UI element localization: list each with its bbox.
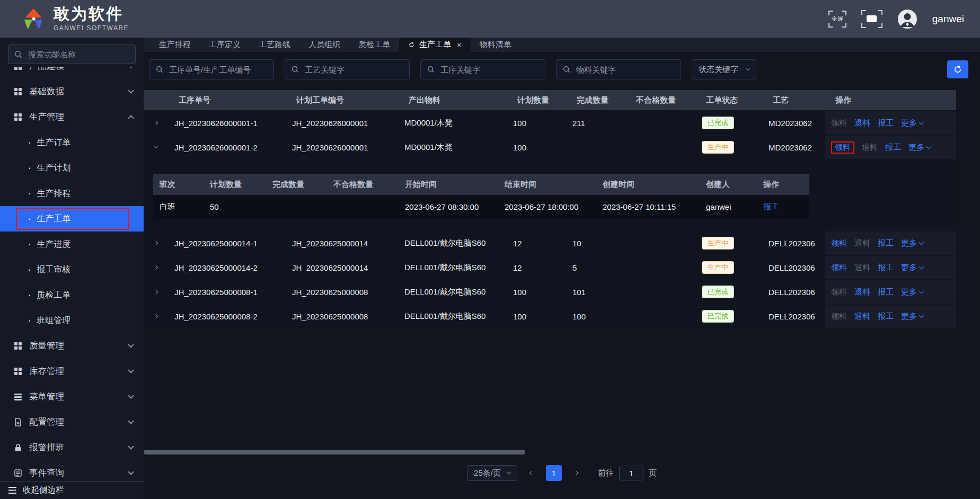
expand-row-icon[interactable] [144, 305, 168, 328]
more-action-label: 更多 [901, 287, 917, 297]
report-work-action[interactable]: 报工 [878, 118, 894, 128]
sidebar-item-alarm-shift[interactable]: 报警排班 [0, 435, 144, 460]
expand-row-icon[interactable] [144, 256, 168, 279]
sidebar-item-menu-mgmt[interactable]: 菜单管理 [0, 384, 144, 409]
app-logo: 敢为软件 GANWEI SOFTWARE [21, 6, 129, 32]
avatar[interactable] [897, 9, 917, 29]
tab-personnel-org[interactable]: 人员组织 [299, 38, 349, 52]
material-keyword-input[interactable] [575, 65, 674, 75]
more-action[interactable]: 更多 [901, 287, 923, 297]
subcell-plan-qty: 50 [204, 202, 266, 211]
chevron-down-icon [919, 288, 924, 293]
return-material-action[interactable]: 退料 [854, 238, 870, 248]
report-work-action[interactable]: 报工 [763, 202, 779, 212]
sidebar-item-quality-mgmt[interactable]: 质量管理 [0, 333, 144, 359]
sidebar-item-report-audit[interactable]: ·报工审核 [0, 257, 144, 282]
refresh-icon[interactable] [408, 41, 415, 48]
sidebar-item-production-progress[interactable]: ·生产进度 [0, 231, 144, 257]
tab-label: 物料清单 [480, 40, 511, 50]
workorder-no-input[interactable] [168, 65, 267, 75]
operation-keyword-filter[interactable] [420, 59, 545, 79]
sidebar-item-inventory-mgmt[interactable]: 库存管理 [0, 359, 144, 384]
sidebar-item-basic-data[interactable]: 基础数据 [0, 79, 144, 104]
sidebar-item-production-plan[interactable]: ·生产计划 [0, 155, 144, 181]
collapse-row-icon[interactable] [144, 136, 168, 159]
goto-page-input[interactable] [619, 466, 643, 480]
more-action[interactable]: 更多 [901, 238, 923, 248]
sidebar-item-production-schedule[interactable]: ·生产排程 [0, 181, 144, 206]
tab-production-workorder[interactable]: 生产工单 × [399, 38, 471, 52]
expand-row-icon[interactable] [144, 280, 168, 304]
col-plan-no: 计划工单编号 [286, 95, 398, 105]
sidebar-search[interactable] [8, 44, 136, 64]
sidebar-item-config-mgmt[interactable]: 配置管理 [0, 409, 144, 435]
fullscreen-icon[interactable] [861, 10, 882, 28]
more-action[interactable]: 更多 [901, 311, 923, 322]
sidebar-item-production-mgmt[interactable]: 生产管理 [0, 104, 144, 130]
tab-bom-list[interactable]: 物料清单 [471, 38, 520, 52]
filter-bar: 状态关键字 [149, 59, 968, 79]
process-keyword-filter[interactable] [285, 59, 410, 79]
sidebar-item-team-mgmt[interactable]: ·班组管理 [0, 308, 144, 333]
report-work-action[interactable]: 报工 [878, 311, 894, 322]
tab-production-schedule[interactable]: 生产排程 [150, 38, 200, 52]
red-highlight-box [16, 208, 129, 230]
operation-keyword-input[interactable] [439, 65, 538, 75]
sidebar-item-event-query[interactable]: 事件查询 [0, 460, 144, 481]
sidebar-menu: 产品建模 基础数据 生产管理 ·生产订单 ·生产计划 ·生产排程 [0, 67, 144, 481]
prev-page-button[interactable] [526, 465, 537, 481]
return-material-action[interactable]: 退料 [854, 263, 870, 273]
tab-qc-workorder[interactable]: 质检工单 [349, 38, 399, 52]
current-page-button[interactable]: 1 [546, 465, 562, 481]
next-page-button[interactable] [570, 465, 582, 481]
sidebar-item-qc-workorder[interactable]: ·质检工单 [0, 282, 144, 308]
cell-plan-qty: 100 [507, 119, 566, 128]
process-keyword-input[interactable] [304, 65, 403, 75]
sidebar-item-label: 质检工单 [37, 290, 70, 301]
sidebar-item-production-order[interactable]: ·生产订单 [0, 130, 144, 155]
tab-process-route[interactable]: 工艺路线 [250, 38, 299, 52]
close-icon[interactable]: × [457, 40, 462, 49]
pick-material-action-highlighted[interactable]: 领料 [831, 141, 854, 154]
report-work-action[interactable]: 报工 [878, 263, 894, 273]
sidebar-search-input[interactable] [27, 49, 129, 59]
chevron-down-icon [128, 342, 134, 347]
refresh-button[interactable] [947, 60, 968, 78]
cell-process: DELL202306 [762, 288, 825, 297]
return-material-action[interactable]: 退料 [854, 287, 870, 297]
pick-material-action[interactable]: 领料 [831, 263, 847, 273]
report-work-action[interactable]: 报工 [885, 142, 901, 153]
row-actions: 领料 退料 报工 更多 [825, 136, 956, 159]
expand-row-icon[interactable] [144, 231, 168, 255]
expand-row-icon[interactable] [144, 111, 168, 135]
more-action[interactable]: 更多 [901, 263, 923, 273]
search-icon [563, 66, 570, 73]
cell-process: DELL202306 [762, 312, 825, 321]
status-keyword-select[interactable]: 状态关键字 [692, 59, 756, 79]
pick-material-action[interactable]: 领料 [831, 238, 847, 248]
pick-material-action[interactable]: 领料 [831, 311, 847, 322]
material-keyword-filter[interactable] [556, 59, 681, 79]
fullscreen-text-icon[interactable]: 全屏 [828, 11, 846, 28]
username[interactable]: ganwei [932, 13, 964, 25]
workorder-no-filter[interactable] [149, 59, 274, 79]
pick-material-action[interactable]: 领料 [831, 118, 847, 128]
sidebar-item-production-workorder[interactable]: ·生产工单 [0, 206, 144, 231]
collapse-sidebar-button[interactable]: 收起侧边栏 [0, 481, 144, 499]
page-size-select[interactable]: 25条/页 [467, 465, 517, 481]
return-material-action[interactable]: 退料 [862, 142, 878, 153]
report-work-action[interactable]: 报工 [878, 287, 894, 297]
more-action[interactable]: 更多 [901, 118, 923, 128]
more-action[interactable]: 更多 [908, 142, 931, 153]
return-material-action[interactable]: 退料 [854, 311, 870, 322]
return-material-action[interactable]: 退料 [854, 118, 870, 128]
cell-plan-no: JH_20230625000008 [286, 312, 398, 321]
sidebar-item-clipped[interactable]: 产品建模 [0, 67, 144, 79]
tab-process-definition[interactable]: 工序定义 [200, 38, 250, 52]
event-icon [14, 469, 22, 477]
report-work-action[interactable]: 报工 [878, 238, 894, 248]
pick-material-action[interactable]: 领料 [831, 287, 847, 297]
scrollbar-thumb[interactable] [144, 450, 525, 455]
search-icon [292, 66, 299, 73]
more-action-label: 更多 [908, 142, 924, 153]
